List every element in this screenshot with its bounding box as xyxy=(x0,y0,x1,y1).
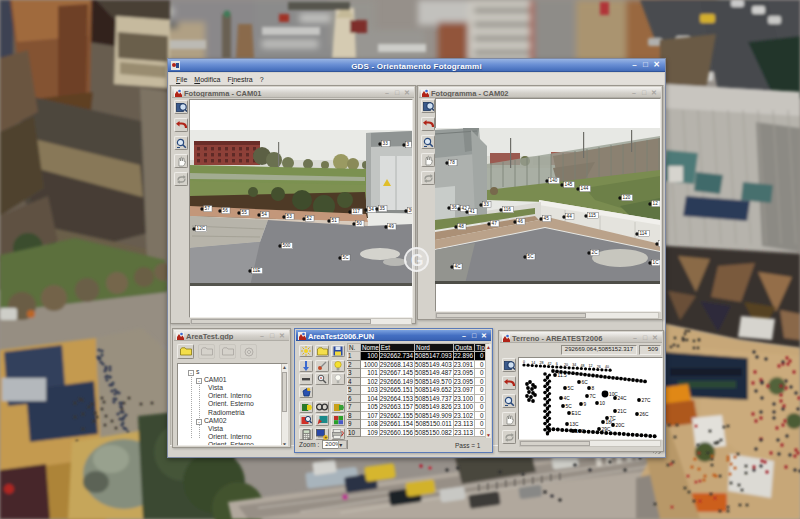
svg-text:2C: 2C xyxy=(592,250,599,255)
svg-text:13C: 13C xyxy=(570,422,579,427)
svg-text:46: 46 xyxy=(518,219,524,224)
svg-text:4C: 4C xyxy=(455,264,462,269)
svg-text:34: 34 xyxy=(369,207,375,212)
svg-text:10C: 10C xyxy=(609,392,618,397)
svg-text:12C: 12C xyxy=(197,226,206,231)
svg-text:12: 12 xyxy=(653,201,659,206)
svg-text:145: 145 xyxy=(565,182,573,187)
svg-text:41: 41 xyxy=(470,209,476,214)
svg-text:1C: 1C xyxy=(653,260,660,265)
svg-text:54: 54 xyxy=(262,212,268,217)
svg-text:40: 40 xyxy=(605,365,609,369)
svg-text:12: 12 xyxy=(589,364,593,368)
svg-text:0: 0 xyxy=(523,360,525,364)
svg-text:20C: 20C xyxy=(616,423,625,428)
svg-text:36: 36 xyxy=(409,208,412,213)
svg-text:11E: 11E xyxy=(253,268,261,273)
svg-text:21C: 21C xyxy=(618,409,627,414)
svg-text:14: 14 xyxy=(531,361,535,365)
svg-text:500: 500 xyxy=(283,243,291,248)
svg-text:+: + xyxy=(324,434,327,440)
svg-text:45: 45 xyxy=(544,216,550,221)
svg-text:115: 115 xyxy=(589,213,597,218)
svg-text:120: 120 xyxy=(623,195,631,200)
svg-text:51: 51 xyxy=(332,218,338,223)
svg-text:53: 53 xyxy=(287,214,293,219)
svg-text:5C: 5C xyxy=(528,254,535,259)
svg-text:117: 117 xyxy=(353,209,361,214)
svg-text:144: 144 xyxy=(581,186,589,191)
svg-text:114: 114 xyxy=(640,231,648,236)
svg-text:57: 57 xyxy=(205,206,211,211)
svg-text:6C: 6C xyxy=(582,380,589,385)
svg-text:5C: 5C xyxy=(343,255,350,260)
svg-text:33: 33 xyxy=(484,202,490,207)
svg-text:10: 10 xyxy=(600,401,606,406)
svg-text:35: 35 xyxy=(380,206,386,211)
svg-text:36: 36 xyxy=(452,205,458,210)
svg-text:6: 6 xyxy=(556,362,558,366)
svg-text:24C: 24C xyxy=(618,396,627,401)
svg-text:8: 8 xyxy=(592,386,595,391)
svg-text:9: 9 xyxy=(584,402,587,407)
svg-text:E1C: E1C xyxy=(572,411,582,416)
svg-text:20: 20 xyxy=(564,363,568,367)
svg-text:5C: 5C xyxy=(566,404,573,409)
svg-text:33: 33 xyxy=(383,141,389,146)
svg-text:14C: 14C xyxy=(576,429,585,434)
svg-text:26C: 26C xyxy=(640,412,649,417)
svg-text:5C: 5C xyxy=(568,386,575,391)
svg-text:4C: 4C xyxy=(564,396,571,401)
svg-text:29C: 29C xyxy=(602,427,611,432)
svg-text:55: 55 xyxy=(242,210,248,215)
svg-text:47: 47 xyxy=(492,221,498,226)
svg-text:50: 50 xyxy=(357,221,363,226)
svg-text:116: 116 xyxy=(504,207,512,212)
svg-text:140: 140 xyxy=(550,178,558,183)
svg-text:7C: 7C xyxy=(590,394,597,399)
svg-text:48: 48 xyxy=(459,224,465,229)
svg-text:56: 56 xyxy=(223,208,229,213)
svg-text:26: 26 xyxy=(597,365,601,369)
svg-text:34: 34 xyxy=(572,363,576,367)
svg-text:49: 49 xyxy=(389,224,395,229)
svg-text:44: 44 xyxy=(567,214,573,219)
svg-text:48: 48 xyxy=(580,364,584,368)
svg-text:3: 3 xyxy=(407,142,410,147)
svg-text:27C: 27C xyxy=(642,398,651,403)
svg-text:28: 28 xyxy=(539,361,543,365)
svg-text:78: 78 xyxy=(450,160,456,165)
svg-text:52: 52 xyxy=(307,216,313,221)
svg-text:42: 42 xyxy=(548,362,552,366)
svg-text:11.5: 11.5 xyxy=(558,373,567,378)
